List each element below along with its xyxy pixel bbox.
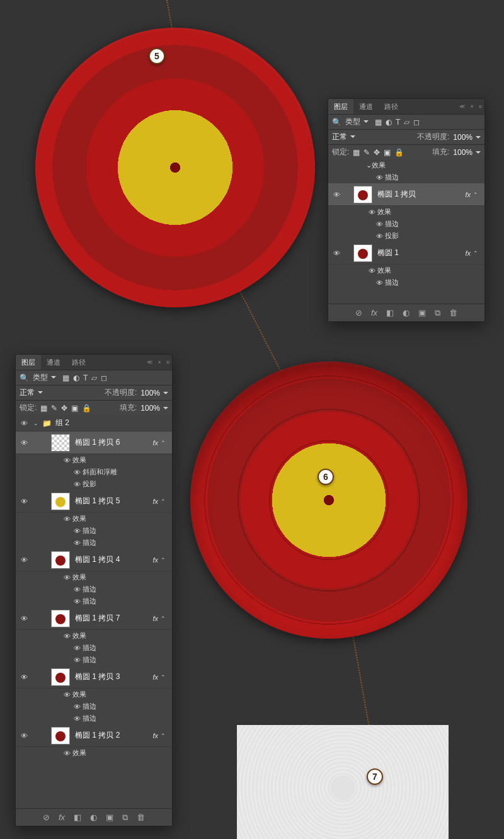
fx-indicator[interactable]: fx [152, 615, 158, 622]
layer-effects-header[interactable]: 效果 [16, 747, 172, 759]
visibility-icon[interactable] [16, 673, 32, 682]
filter-type-icon[interactable]: T [396, 118, 400, 127]
chevron-up-icon[interactable]: ⌃ [161, 733, 168, 739]
visibility-icon[interactable] [16, 497, 32, 506]
mask-icon[interactable]: ◧ [386, 308, 394, 317]
visibility-icon[interactable] [71, 703, 83, 711]
visibility-icon[interactable] [366, 208, 377, 216]
visibility-icon[interactable] [61, 750, 72, 757]
lock-pixels-icon[interactable]: ▦ [40, 404, 47, 413]
layer-name[interactable]: 椭圆 1 [377, 248, 465, 258]
lock-brush-icon[interactable]: ✎ [51, 404, 57, 413]
filter-smart-icon[interactable]: ◻ [413, 118, 420, 127]
group-row[interactable]: ⌄ 📁 组 2 [16, 415, 172, 431]
layer-effect-stroke[interactable]: 描边 [16, 525, 172, 537]
link-layers-icon[interactable]: ⊘ [43, 813, 50, 822]
filter-shape-icon[interactable]: ▱ [91, 374, 97, 382]
filter-smart-icon[interactable]: ◻ [101, 374, 107, 382]
tab-paths[interactable]: 路径 [379, 99, 404, 114]
layer-row[interactable]: 椭圆 1 拷贝 4 fx ⌃ [16, 549, 172, 571]
layer-thumbnail[interactable] [51, 493, 70, 510]
fx-indicator[interactable]: fx [152, 556, 158, 564]
blend-mode-dropdown[interactable]: 正常 [20, 387, 76, 398]
visibility-icon[interactable] [71, 481, 83, 488]
visibility-icon[interactable] [61, 574, 72, 581]
lock-artboard-icon[interactable]: ▣ [384, 148, 391, 157]
group-icon[interactable]: ▣ [106, 813, 113, 822]
layer-effect-stroke[interactable]: 描边 [16, 642, 172, 654]
layer-thumbnail[interactable] [353, 244, 372, 262]
fx-indicator[interactable]: fx [152, 732, 158, 739]
layer-thumbnail[interactable] [51, 727, 70, 745]
tab-layers[interactable]: 图层 [328, 99, 353, 114]
visibility-icon[interactable] [16, 438, 32, 447]
fx-indicator[interactable]: fx [465, 191, 471, 198]
visibility-icon[interactable] [16, 419, 32, 428]
visibility-icon[interactable] [16, 556, 32, 564]
visibility-icon[interactable] [61, 515, 72, 523]
blend-mode-dropdown[interactable]: 正常 [332, 132, 389, 142]
link-layers-icon[interactable]: ⊘ [355, 308, 362, 317]
fx-indicator[interactable]: fx [152, 498, 158, 505]
layer-thumbnail[interactable] [51, 610, 70, 627]
mask-icon[interactable]: ◧ [74, 813, 81, 822]
filter-type-dropdown[interactable]: 类型 [345, 117, 369, 127]
adjustment-icon[interactable]: ◐ [90, 813, 97, 822]
fx-indicator[interactable]: fx [465, 249, 471, 257]
opacity-value[interactable]: 100% [453, 133, 481, 142]
layer-name[interactable]: 椭圆 1 拷贝 7 [75, 613, 152, 624]
layer-effects-header[interactable]: 效果 [16, 454, 172, 466]
visibility-icon[interactable] [374, 220, 385, 228]
layer-row[interactable]: 椭圆 1 fx ⌃ [328, 242, 484, 265]
visibility-icon[interactable] [374, 279, 385, 287]
chevron-up-icon[interactable]: ⌃ [161, 674, 168, 680]
layer-effect-bevel[interactable]: 斜面和浮雕 [16, 466, 172, 478]
layer-row[interactable]: 椭圆 1 拷贝 6 fx ⌃ [16, 431, 172, 454]
layer-effect-stroke[interactable]: 描边 [16, 654, 172, 666]
filter-icons[interactable]: ▦ ◐ T ▱ ◻ [62, 374, 107, 382]
visibility-icon[interactable] [71, 715, 83, 722]
filter-pixel-icon[interactable]: ▦ [375, 118, 382, 127]
layer-name[interactable]: 椭圆 1 拷贝 [377, 189, 465, 200]
lock-all-icon[interactable]: 🔒 [394, 148, 404, 157]
layer-effect-shadow[interactable]: 投影 [328, 230, 484, 242]
visibility-icon[interactable] [61, 691, 72, 699]
chevron-up-icon[interactable]: ⌃ [161, 440, 168, 446]
layer-row[interactable]: 椭圆 1 拷贝 2 fx ⌃ [16, 724, 172, 747]
visibility-icon[interactable] [71, 656, 83, 664]
chevron-down-icon[interactable]: ⌄ [32, 420, 40, 427]
visibility-icon[interactable] [366, 267, 377, 275]
filter-type-dropdown[interactable]: 类型 [33, 372, 56, 383]
chevron-up-icon[interactable]: ⌃ [473, 191, 481, 198]
visibility-icon[interactable] [71, 539, 83, 547]
filter-adjust-icon[interactable]: ◐ [386, 118, 392, 127]
group-icon[interactable]: ▣ [418, 308, 426, 317]
visibility-icon[interactable] [16, 614, 32, 623]
layer-row[interactable]: 椭圆 1 拷贝 fx ⌃ [328, 183, 484, 206]
layer-effects-header[interactable]: 效果 [16, 688, 172, 700]
fx-indicator[interactable]: fx [152, 439, 158, 447]
layer-effects-header[interactable]: 效果 [16, 513, 172, 525]
visibility-icon[interactable] [71, 586, 83, 593]
layer-row[interactable]: 椭圆 1 拷贝 7 fx ⌃ [16, 607, 172, 630]
layer-row[interactable]: 椭圆 1 拷贝 5 fx ⌃ [16, 490, 172, 513]
visibility-icon[interactable] [61, 457, 72, 464]
lock-all-icon[interactable]: 🔒 [82, 404, 91, 413]
layer-row[interactable]: 椭圆 1 拷贝 3 fx ⌃ [16, 666, 172, 688]
adjustment-icon[interactable]: ◐ [403, 308, 410, 317]
trash-icon[interactable]: 🗑 [449, 308, 457, 317]
trash-icon[interactable]: 🗑 [137, 813, 145, 822]
layer-effect-stroke[interactable]: 描边 [16, 712, 172, 724]
opacity-value[interactable]: 100% [140, 389, 168, 397]
visibility-icon[interactable] [71, 469, 83, 476]
layer-effect-stroke[interactable]: 描边 [328, 218, 484, 230]
visibility-icon[interactable] [71, 644, 83, 652]
tab-paths[interactable]: 路径 [66, 355, 91, 370]
layer-effect-shadow[interactable]: 投影 [16, 478, 172, 490]
chevron-up-icon[interactable]: ⌃ [161, 498, 168, 505]
visibility-icon[interactable] [374, 232, 385, 240]
fill-value[interactable]: 100% [140, 404, 168, 413]
tab-channels[interactable]: 通道 [353, 99, 379, 114]
panel-menu-icon[interactable]: ≪×≡ [459, 103, 482, 110]
layer-thumbnail[interactable] [51, 668, 70, 686]
